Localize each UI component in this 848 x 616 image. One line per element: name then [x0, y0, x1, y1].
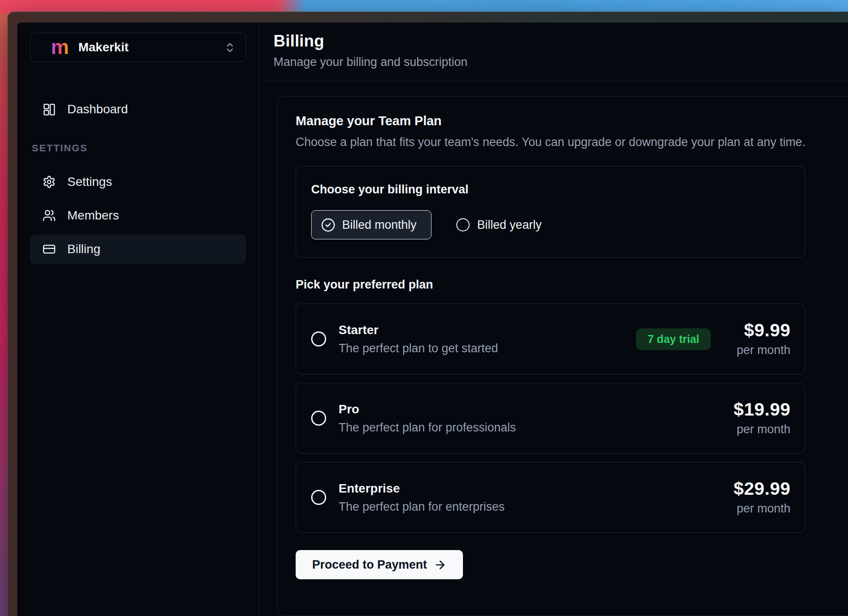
sidebar-nav: Dashboard SETTINGS Settings Members	[17, 95, 259, 264]
plan-name: Enterprise	[339, 481, 505, 496]
sidebar-item-label: Billing	[67, 242, 100, 256]
plan-name: Pro	[339, 402, 516, 416]
billed-yearly-label: Billed yearly	[477, 218, 542, 232]
plan-row-pro[interactable]: Pro The perfect plan for professionals $…	[296, 383, 805, 454]
page-title: Billing	[274, 32, 842, 50]
pick-plan-label: Pick your preferred plan	[296, 278, 840, 292]
sidebar-item-billing[interactable]: Billing	[30, 235, 246, 264]
sidebar: m Makerkit Dashboard SETTINGS	[17, 23, 259, 616]
proceed-to-payment-button[interactable]: Proceed to Payment	[296, 550, 463, 579]
page-header: Billing Manage your billing and subscrip…	[259, 23, 848, 69]
main-content: Billing Manage your billing and subscrip…	[259, 23, 848, 616]
sidebar-item-dashboard[interactable]: Dashboard	[30, 95, 246, 124]
plan-texts: Enterprise The perfect plan for enterpri…	[339, 481, 505, 514]
sidebar-item-label: Dashboard	[67, 102, 128, 116]
plan-description: The perfect plan for enterprises	[339, 500, 505, 514]
workspace-name: Makerkit	[78, 40, 129, 54]
billed-monthly-label: Billed monthly	[342, 218, 416, 232]
plan-period: per month	[729, 343, 790, 357]
sidebar-item-settings[interactable]: Settings	[30, 167, 246, 196]
users-icon	[42, 209, 56, 222]
radio-circle-icon[interactable]	[311, 411, 326, 426]
plan-price: $19.99	[729, 400, 790, 419]
plan-texts: Pro The perfect plan for professionals	[339, 402, 516, 435]
price-block: $29.99 per month	[729, 479, 790, 516]
plan-row-starter[interactable]: Starter The perfect plan to get started …	[296, 304, 805, 374]
sidebar-item-label: Members	[67, 208, 119, 223]
sidebar-item-members[interactable]: Members	[30, 201, 246, 230]
plan-description: The perfect plan for professionals	[339, 421, 516, 435]
plan-price: $29.99	[729, 479, 790, 498]
billed-monthly-option[interactable]: Billed monthly	[311, 210, 432, 239]
chevrons-up-down-icon	[224, 42, 236, 54]
card-description: Choose a plan that fits your team's need…	[296, 135, 840, 149]
plan-name: Starter	[339, 323, 498, 337]
plan-texts: Starter The perfect plan to get started	[339, 323, 498, 355]
billed-yearly-option[interactable]: Billed yearly	[456, 218, 542, 232]
sidebar-item-label: Settings	[67, 175, 112, 189]
price-block: $19.99 per month	[729, 400, 790, 436]
billing-interval-box: Choose your billing interval Billed mont…	[296, 166, 805, 258]
proceed-to-payment-label: Proceed to Payment	[312, 558, 427, 572]
radio-circle-icon[interactable]	[311, 490, 326, 505]
billing-interval-options: Billed monthly Billed yearly	[311, 210, 790, 239]
circle-check-icon	[321, 218, 335, 232]
header-divider	[259, 81, 848, 81]
app-content: m Makerkit Dashboard SETTINGS	[17, 23, 848, 616]
radio-circle-icon	[456, 218, 470, 231]
plan-period: per month	[729, 502, 790, 516]
plan-price: $9.99	[729, 321, 790, 340]
arrow-right-icon	[434, 558, 447, 571]
team-plan-card: Manage your Team Plan Choose a plan that…	[277, 96, 848, 616]
makerkit-logo: m	[51, 38, 69, 56]
sidebar-section-settings: SETTINGS	[30, 142, 246, 154]
page-subtitle: Manage your billing and subscription	[274, 55, 842, 69]
workspace-selector[interactable]: m Makerkit	[30, 33, 246, 62]
radio-circle-icon[interactable]	[311, 331, 326, 346]
trial-badge: 7 day trial	[636, 328, 711, 350]
price-block: $9.99 per month	[729, 321, 790, 357]
app-window: m Makerkit Dashboard SETTINGS	[8, 12, 848, 616]
card-title: Manage your Team Plan	[296, 114, 840, 128]
plan-period: per month	[729, 423, 790, 436]
credit-card-icon	[42, 243, 56, 256]
billing-interval-label: Choose your billing interval	[311, 183, 790, 196]
gear-icon	[42, 175, 56, 189]
plan-description: The perfect plan to get started	[339, 342, 498, 355]
desktop-wallpaper: m Makerkit Dashboard SETTINGS	[0, 0, 848, 616]
plan-row-enterprise[interactable]: Enterprise The perfect plan for enterpri…	[296, 462, 805, 533]
dashboard-icon	[42, 103, 56, 116]
